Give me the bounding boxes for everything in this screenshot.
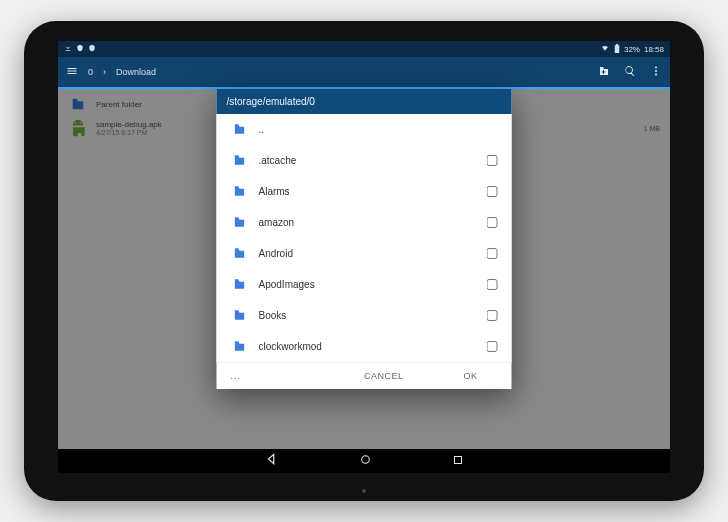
tablet-frame: 32% 18:58 0 › Download [24, 21, 704, 501]
svg-point-5 [361, 456, 369, 464]
shield-icon [76, 44, 84, 54]
dialog-actions: ... CANCEL OK [217, 362, 512, 389]
home-button[interactable] [359, 452, 372, 470]
breadcrumb-sep: › [103, 67, 106, 77]
list-item[interactable]: .. [217, 114, 512, 145]
folder-icon [231, 122, 249, 136]
app-toolbar: 0 › Download [58, 57, 670, 87]
menu-icon[interactable] [66, 65, 78, 79]
breadcrumb-root[interactable]: 0 [88, 67, 93, 77]
list-item[interactable]: Books [217, 300, 512, 331]
svg-point-0 [655, 67, 657, 69]
folder-label: .. [259, 124, 500, 135]
folder-label: amazon [259, 217, 477, 228]
recents-button[interactable] [452, 452, 464, 470]
select-checkbox[interactable] [487, 186, 498, 197]
battery-percent: 32% [624, 45, 640, 54]
download-icon [64, 44, 72, 54]
select-checkbox[interactable] [487, 217, 498, 228]
folder-label: Android [259, 248, 477, 259]
folder-icon [231, 277, 249, 291]
list-item[interactable]: ApodImages [217, 269, 512, 300]
folder-label: ApodImages [259, 279, 477, 290]
list-item[interactable]: Alarms [217, 176, 512, 207]
folder-icon [231, 153, 249, 167]
wifi-icon [600, 44, 610, 54]
svg-point-2 [655, 74, 657, 76]
create-folder-icon[interactable] [598, 65, 610, 79]
folder-icon [231, 246, 249, 260]
folder-label: clockworkmod [259, 341, 477, 352]
svg-rect-6 [454, 457, 461, 464]
list-item[interactable]: amazon [217, 207, 512, 238]
shield-icon [88, 44, 96, 54]
ok-button[interactable]: OK [463, 371, 477, 381]
folder-icon [231, 339, 249, 353]
back-button[interactable] [265, 452, 279, 470]
status-bar: 32% 18:58 [58, 41, 670, 57]
folder-picker-dialog: /storage/emulated/0 .. .atcache Alarms [217, 89, 512, 389]
folder-label: Alarms [259, 186, 477, 197]
folder-icon [231, 308, 249, 322]
clock: 18:58 [644, 45, 664, 54]
system-nav-bar [58, 449, 670, 473]
dialog-title: /storage/emulated/0 [217, 89, 512, 114]
breadcrumb-current[interactable]: Download [116, 67, 156, 77]
select-checkbox[interactable] [487, 248, 498, 259]
svg-point-1 [655, 70, 657, 72]
device-screen: 32% 18:58 0 › Download [58, 41, 670, 473]
select-checkbox[interactable] [487, 155, 498, 166]
more-options[interactable]: ... [231, 371, 242, 381]
folder-label: .atcache [259, 155, 477, 166]
search-icon[interactable] [624, 65, 636, 79]
content-area: Parent folder sample-debug.apk 4/27/15 6… [58, 89, 670, 449]
tablet-home-indicator [362, 489, 366, 493]
cancel-button[interactable]: CANCEL [364, 371, 404, 381]
battery-icon [614, 44, 620, 55]
select-checkbox[interactable] [487, 341, 498, 352]
overflow-icon[interactable] [650, 65, 662, 79]
dialog-folder-list: .. .atcache Alarms amazon [217, 114, 512, 362]
folder-icon [231, 215, 249, 229]
select-checkbox[interactable] [487, 279, 498, 290]
list-item[interactable]: Android [217, 238, 512, 269]
select-checkbox[interactable] [487, 310, 498, 321]
folder-label: Books [259, 310, 477, 321]
list-item[interactable]: .atcache [217, 145, 512, 176]
list-item[interactable]: clockworkmod [217, 331, 512, 362]
folder-icon [231, 184, 249, 198]
